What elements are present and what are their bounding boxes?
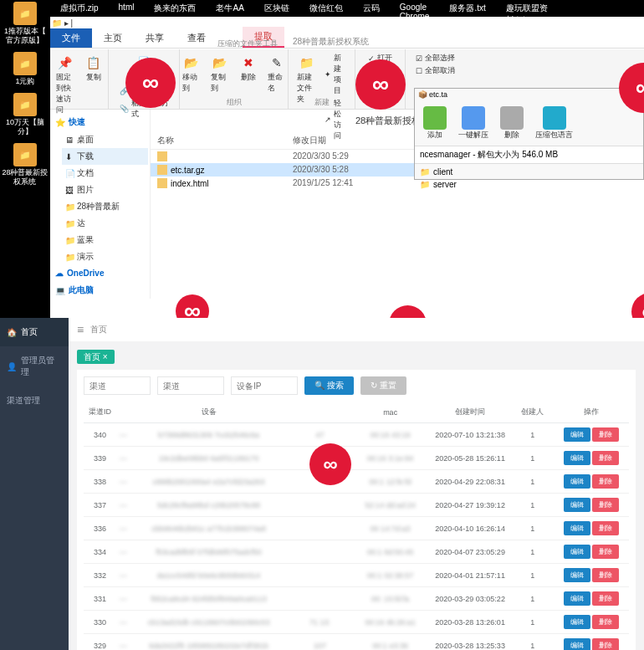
table-row: 339—19c2dbe08bb0 6a5f31189170 00:16 3:1e… xyxy=(84,447,629,470)
nav-openbox[interactable]: 📁蓝果 xyxy=(62,232,148,248)
edit-button[interactable]: 编辑 xyxy=(564,568,590,582)
breadcrumb-tab[interactable]: 首页 × xyxy=(77,350,115,364)
edit-button[interactable]: 编辑 xyxy=(564,521,590,535)
table-header[interactable] xyxy=(288,402,353,423)
top-tab[interactable]: 微信红包 xyxy=(299,0,353,17)
selectnone-btn[interactable]: ☐全部取消 xyxy=(413,64,457,77)
table-header[interactable]: 设备 xyxy=(130,402,287,423)
watermark-badge xyxy=(355,59,406,110)
delete-button[interactable]: 删除 xyxy=(592,638,619,650)
top-tab[interactable]: Google Chrome xyxy=(390,0,440,17)
watermark-badge xyxy=(309,443,351,485)
reset-button[interactable]: ↻ 重置 xyxy=(360,376,406,395)
delete-button[interactable]: 删除 xyxy=(592,568,619,582)
table-header[interactable]: 创建时间 xyxy=(424,402,516,423)
newitem-btn[interactable]: ✦新建项目 xyxy=(322,52,350,97)
table-row: 338—c888b2951000a4 e2a7cfd23a263 00:1 12… xyxy=(84,470,629,494)
file-icon xyxy=(157,165,167,175)
top-tab[interactable]: 服务器.txt xyxy=(439,0,495,17)
search-channel-1[interactable] xyxy=(84,376,151,395)
table-header[interactable]: 操作 xyxy=(553,402,629,423)
desktop-icon[interactable]: 📁10万天【脑 分】 xyxy=(0,93,50,136)
wr-delete-btn[interactable]: 删除 xyxy=(500,106,524,141)
table-row: 336—cbb9646b2b81c a77b1b388074a8 00 14:7… xyxy=(84,517,629,540)
sidebar-channel[interactable]: 渠道管理 xyxy=(0,386,69,415)
copy-btn[interactable]: 📋复制 xyxy=(81,52,106,117)
col-name[interactable]: 名称 xyxy=(151,135,293,146)
top-tab[interactable]: 换来的东西 xyxy=(144,0,206,17)
delete-button[interactable]: 删除 xyxy=(592,427,619,442)
folder-icon xyxy=(157,151,167,161)
delete-btn[interactable]: ✖删除 xyxy=(236,52,261,95)
pin-btn[interactable]: 📌固定到快 速访问 xyxy=(53,52,78,117)
wr-item[interactable]: 📁 client xyxy=(420,166,638,178)
home-tab[interactable]: 主页 xyxy=(92,28,134,48)
delete-button[interactable]: 删除 xyxy=(592,615,619,629)
menu-toggle-icon[interactable]: ≡ xyxy=(77,323,84,336)
nav-documents[interactable]: 📄文档 xyxy=(62,165,148,182)
desktop-icon[interactable]: 📁1推荐版本【 官方原版】 xyxy=(0,2,50,45)
desktop-icon[interactable]: 📁1元购 xyxy=(0,52,50,86)
delete-button[interactable]: 删除 xyxy=(592,451,619,465)
edit-button[interactable]: 编辑 xyxy=(564,591,590,606)
nav-da[interactable]: 📁达 xyxy=(62,215,148,232)
rename-btn[interactable]: ✎重命名 xyxy=(264,52,289,95)
edit-button[interactable]: 编辑 xyxy=(564,615,590,629)
delete-button[interactable]: 删除 xyxy=(592,474,619,489)
archive-window[interactable]: 📦etc.ta 添加 一键解压 删除 压缩包语言 ncesmanager - 解… xyxy=(414,88,644,180)
top-tab[interactable]: 老牛AA xyxy=(206,0,253,17)
wr-item[interactable]: 📁 server xyxy=(420,178,638,191)
table-row: 330—cb13ad15db c9118607c0b91090c5371 13:… xyxy=(84,611,629,634)
moveto-btn[interactable]: 📂移动到 xyxy=(179,52,204,95)
search-channel-2[interactable] xyxy=(157,376,224,395)
table-header[interactable]: mac xyxy=(356,402,424,423)
table-row: 329—6da3422f5 185989189102e7df381b107 00… xyxy=(84,634,629,651)
file-icon xyxy=(157,178,167,188)
selectall-btn[interactable]: ☑全部选择 xyxy=(413,52,457,64)
copyto-btn[interactable]: 📂复制到 xyxy=(207,52,233,95)
table-row: 340—b7399d8631309 7ccb2546c6a47 00:16 43… xyxy=(84,423,629,447)
top-tab[interactable]: 云码 xyxy=(353,0,390,17)
nav-onedrive[interactable]: ☁ OneDrive xyxy=(52,265,148,281)
top-tab[interactable]: 虚拟币.zip xyxy=(50,0,109,17)
table-header[interactable]: 创建人 xyxy=(516,402,549,423)
watermark-badge xyxy=(125,58,176,108)
wr-lang-btn[interactable]: 压缩包语言 xyxy=(535,106,573,141)
wr-extract-btn[interactable]: 一键解压 xyxy=(458,106,488,141)
topbar-title: 首页 xyxy=(90,324,107,335)
sidebar-admin[interactable]: 👤 管理员管理 xyxy=(0,346,69,386)
share-tab[interactable]: 共享 xyxy=(134,28,176,48)
edit-button[interactable]: 编辑 xyxy=(564,638,590,650)
edit-button[interactable]: 编辑 xyxy=(564,474,590,489)
table-header[interactable] xyxy=(116,402,130,423)
delete-button[interactable]: 删除 xyxy=(592,521,619,535)
nav-demo[interactable]: 📁演示 xyxy=(62,248,148,265)
nav-pictures[interactable]: 🖼图片 xyxy=(62,182,148,198)
table-row: 337—5dc28cf8a98bd c29b20578c88 52:14 dd:… xyxy=(84,494,629,517)
file-tab[interactable]: 文件 xyxy=(50,28,92,48)
edit-button[interactable]: 编辑 xyxy=(564,427,590,442)
nav-downloads[interactable]: ⬇下载 xyxy=(62,148,148,165)
wr-add-btn[interactable]: 添加 xyxy=(423,106,447,141)
edit-button[interactable]: 编辑 xyxy=(564,545,590,559)
delete-button[interactable]: 删除 xyxy=(592,591,619,606)
nav-folder28[interactable]: 📁28种普最新 xyxy=(62,198,148,215)
table-row: 332—da1cc549fd b0e6c9b59b60314 00:1 02:3… xyxy=(84,564,629,587)
top-tab[interactable]: 趣玩联盟资 料.txt xyxy=(496,0,558,17)
sidebar-home[interactable]: 🏠 首页 xyxy=(0,318,69,346)
view-tab[interactable]: 查看 xyxy=(176,28,217,48)
desktop-icon[interactable]: 📁28种普最新授 权系统 xyxy=(0,143,50,187)
delete-button[interactable]: 删除 xyxy=(592,545,619,559)
search-button[interactable]: 🔍 搜索 xyxy=(304,376,354,395)
search-ip[interactable] xyxy=(231,376,298,395)
table-row: 331—f952ca8cd4 824fd50f849a0ca9113 00: 1… xyxy=(84,587,629,611)
nav-thispc[interactable]: 💻 此电脑 xyxy=(52,281,148,299)
table-header[interactable]: 渠道ID xyxy=(84,402,116,423)
edit-button[interactable]: 编辑 xyxy=(564,498,590,512)
col-date[interactable]: 修改日期 xyxy=(293,135,385,146)
top-tab[interactable]: html xyxy=(109,0,145,17)
edit-button[interactable]: 编辑 xyxy=(564,451,590,465)
delete-button[interactable]: 删除 xyxy=(592,498,619,512)
top-tab[interactable]: 区块链 xyxy=(254,0,299,17)
nav-desktop[interactable]: 🖥桌面 xyxy=(62,131,148,148)
